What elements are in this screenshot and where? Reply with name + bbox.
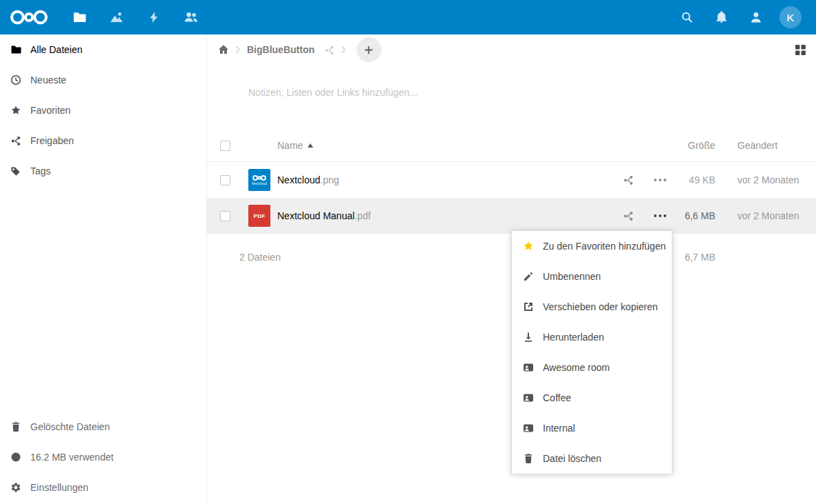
share-icon — [623, 174, 634, 185]
star-icon — [10, 105, 21, 116]
sidebar-bottom-nav: Gelöschte Dateien 16.2 MB verwendet Eins… — [0, 412, 206, 503]
menu-item-move-or-copy[interactable]: Verschieben oder kopieren — [512, 292, 672, 322]
sidebar-item-label: Favoriten — [30, 105, 70, 116]
file-list-header: Name Größe Geändert — [207, 130, 816, 162]
bell-icon — [715, 11, 728, 23]
summary-file-count: 2 Dateien — [239, 252, 281, 263]
sidebar-item-shares[interactable]: Freigaben — [0, 125, 206, 156]
tag-icon — [10, 165, 21, 177]
file-row[interactable]: PDF Nextcloud Manual.pdf 6,6 MB vor 2 Mo… — [207, 198, 816, 234]
folder-icon — [10, 44, 21, 55]
sidebar-item-label: Neueste — [30, 74, 66, 85]
workspace-notes-input[interactable]: Notizen, Listen oder Links hinzufügen... — [248, 87, 816, 102]
nextcloud-logo[interactable] — [10, 7, 50, 28]
sidebar-item-deleted-files[interactable]: Gelöschte Dateien — [0, 412, 206, 442]
row-checkbox[interactable] — [220, 175, 230, 185]
row-share-button[interactable] — [613, 210, 644, 221]
sidebar-item-tags[interactable]: Tags — [0, 156, 206, 186]
sort-by-modified-button[interactable]: Geändert — [715, 140, 816, 151]
chevron-right-icon — [235, 46, 241, 54]
star-icon — [523, 241, 534, 252]
menu-item-rename[interactable]: Umbenennen — [512, 261, 672, 292]
file-modified: vor 2 Monaten — [715, 210, 816, 221]
sidebar-nav: Alle Dateien Neueste Favoriten Freigaben… — [0, 34, 206, 186]
menu-item-room-internal[interactable]: Internal — [512, 413, 672, 443]
share-icon — [623, 210, 634, 221]
home-breadcrumb-button[interactable] — [218, 44, 229, 55]
file-name[interactable]: Nextcloud Manual.pdf — [270, 210, 613, 221]
breadcrumb-bar: BigBlueButton — [207, 34, 816, 65]
photos-icon — [110, 10, 123, 24]
menu-item-room-coffee[interactable]: Coffee — [512, 383, 672, 413]
breadcrumb-separator — [341, 46, 346, 54]
folder-icon — [72, 10, 86, 24]
room-icon — [523, 392, 534, 403]
top-bar: K — [0, 0, 816, 34]
file-modified: vor 2 Monaten — [715, 174, 816, 185]
menu-item-delete-file[interactable]: Datei löschen — [512, 443, 672, 474]
clock-icon — [10, 74, 21, 85]
app-files-button[interactable] — [61, 0, 98, 34]
menu-item-label: Umbenennen — [543, 271, 601, 282]
image-file-icon[interactable]: Nextcloud — [248, 169, 270, 191]
sidebar-item-label: Tags — [30, 165, 51, 177]
app-activity-button[interactable] — [135, 0, 172, 34]
grid-view-toggle[interactable] — [795, 44, 806, 56]
row-actions-button[interactable] — [644, 214, 676, 217]
breadcrumb-share-button[interactable] — [324, 45, 335, 55]
more-actions-icon — [654, 179, 666, 181]
user-menu-button[interactable]: K — [773, 0, 808, 34]
menu-item-label: Verschieben oder kopieren — [543, 301, 658, 312]
file-actions-menu: Zu den Favoriten hinzufügen Umbenennen V… — [511, 230, 673, 474]
menu-item-label: Coffee — [543, 392, 571, 403]
person-icon — [750, 11, 762, 23]
app-contacts-button[interactable] — [172, 0, 210, 34]
menu-item-room-awesome[interactable]: Awesome room — [512, 352, 672, 383]
sidebar-item-label: Alle Dateien — [30, 44, 83, 55]
contacts-menu-button[interactable] — [739, 0, 773, 34]
menu-item-download[interactable]: Herunterladen — [512, 322, 672, 352]
sort-by-size-button[interactable]: Größe — [676, 140, 715, 151]
plus-icon — [364, 45, 374, 55]
menu-item-label: Awesome room — [543, 362, 610, 373]
avatar[interactable]: K — [779, 6, 802, 28]
breadcrumb-separator — [235, 46, 241, 54]
room-icon — [523, 362, 534, 373]
chevron-right-icon — [341, 46, 346, 54]
activity-icon — [148, 11, 160, 23]
sidebar-item-label: Freigaben — [30, 135, 74, 146]
row-actions-button[interactable] — [644, 179, 676, 181]
sidebar-item-recent[interactable]: Neueste — [0, 65, 206, 95]
home-icon — [218, 44, 229, 55]
file-icon-label: Nextcloud — [252, 182, 267, 185]
notifications-button[interactable] — [704, 0, 739, 34]
search-button[interactable] — [670, 0, 704, 34]
sort-by-name-button[interactable]: Name — [270, 140, 613, 151]
row-checkbox[interactable] — [220, 211, 230, 221]
menu-item-add-to-favorites[interactable]: Zu den Favoriten hinzufügen — [512, 231, 672, 261]
row-share-button[interactable] — [613, 174, 644, 185]
move-icon — [523, 301, 534, 312]
header-right: K — [670, 0, 808, 34]
room-icon — [523, 423, 534, 434]
breadcrumb-folder[interactable]: BigBlueButton — [247, 44, 315, 55]
sidebar-item-settings[interactable]: Einstellungen — [0, 472, 206, 503]
file-name[interactable]: Nextcloud.png — [270, 174, 613, 185]
more-actions-icon — [654, 214, 666, 217]
app-photos-button[interactable] — [98, 0, 135, 34]
file-row[interactable]: Nextcloud Nextcloud.png 49 KB vor 2 Mona… — [207, 162, 816, 198]
quota-icon — [10, 452, 21, 463]
select-all-checkbox[interactable] — [220, 141, 230, 151]
sidebar-item-favorites[interactable]: Favoriten — [0, 95, 206, 125]
sidebar-item-label: Einstellungen — [30, 482, 88, 493]
pencil-icon — [523, 271, 534, 282]
contacts-icon — [184, 10, 198, 24]
menu-item-label: Internal — [543, 423, 575, 434]
file-size: 6,6 MB — [676, 210, 715, 221]
sidebar-item-all-files[interactable]: Alle Dateien — [0, 34, 206, 65]
share-icon — [10, 135, 21, 146]
new-file-button[interactable] — [357, 37, 381, 62]
pdf-file-icon[interactable]: PDF — [248, 205, 270, 227]
file-icon-label: PDF — [254, 213, 266, 219]
trash-icon — [523, 453, 534, 464]
